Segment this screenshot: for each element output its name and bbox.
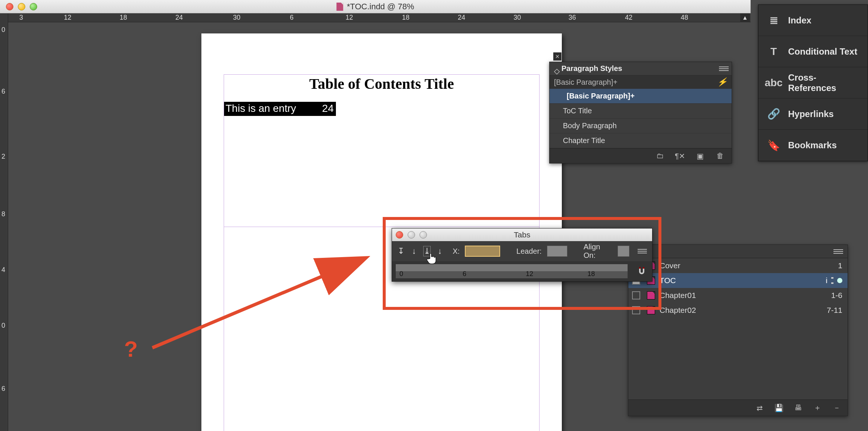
indesign-doc-icon (337, 3, 343, 11)
tabs-zoom-button[interactable] (420, 231, 427, 239)
toc-entry-text: This is an entry (226, 103, 296, 114)
print-book-icon[interactable]: 🖶 (793, 404, 803, 412)
style-item[interactable]: ToC Title (550, 104, 732, 119)
snap-above-frame-icon[interactable] (635, 265, 648, 278)
v-ruler-tick: 0 (1, 322, 5, 330)
toc-entry-selected[interactable]: This is an entry 24 (224, 102, 336, 116)
tabs-panel-menu[interactable] (638, 247, 647, 255)
left-tab-icon[interactable]: ↧ (397, 246, 405, 256)
h-ruler-tick: 24 (175, 14, 183, 22)
current-style-name: [Basic Paragraph]+ (554, 78, 618, 87)
delete-style-icon[interactable]: 🗑 (715, 152, 725, 160)
panel-title: Paragraph Styles (561, 64, 622, 73)
tabs-panel[interactable]: Tabs ↧ ↓ ⤓ ↓ X: Leader: Align On: 061218 (392, 228, 652, 282)
style-item-label: Chapter Title (563, 136, 605, 145)
book-row-pages: 1 (838, 261, 842, 270)
right-tab-icon[interactable]: ⤓ (423, 246, 431, 256)
svg-rect-0 (639, 267, 641, 269)
sidebar-item-index[interactable]: ≣Index (758, 5, 868, 36)
index-icon: ≣ (767, 14, 780, 27)
book-panel-menu[interactable] (833, 248, 843, 255)
book-row-name: Chapter01 (660, 291, 696, 300)
decimal-tab-icon[interactable]: ↓ (436, 246, 444, 256)
x-label: X: (453, 247, 460, 256)
panel-menu-button[interactable] (719, 65, 729, 72)
remove-document-icon[interactable]: － (832, 404, 842, 412)
leader-input[interactable] (547, 246, 567, 257)
toc-title-frame[interactable]: Table of Contents Title (224, 75, 540, 93)
x-input[interactable] (465, 246, 500, 257)
sidebar-item-label: Hyperlinks (788, 109, 834, 119)
save-book-icon[interactable]: 💾 (774, 404, 784, 412)
page-range-bar-icon (831, 277, 833, 284)
tabs-ruler-number: 0 (399, 270, 403, 278)
sidebar-item-conditional-text[interactable]: TConditional Text (758, 36, 868, 67)
paragraph-styles-panel[interactable]: × ◇ Paragraph Styles [Basic Paragraph]+ … (549, 62, 732, 163)
conditional-text-icon: T (767, 45, 780, 58)
tabs-controls-row: ↧ ↓ ⤓ ↓ X: Leader: Align On: (392, 241, 652, 261)
book-row[interactable]: TOCi (628, 273, 848, 288)
style-item-label: ToC Title (563, 107, 592, 115)
cross-references-icon: abc (767, 77, 780, 89)
tabs-titlebar[interactable]: Tabs (392, 229, 652, 241)
leader-label: Leader: (516, 247, 542, 256)
override-lightning-icon[interactable]: ⚡ (717, 77, 727, 87)
h-ruler-tick: 12 (64, 14, 71, 22)
sidebar-item-cross-references[interactable]: abcCross-References (758, 67, 868, 98)
center-tab-icon[interactable]: ↓ (410, 246, 418, 256)
h-ruler-tick: 30 (514, 14, 521, 22)
v-ruler-tick: 8 (1, 210, 5, 218)
sidebar-item-label: Conditional Text (788, 46, 857, 57)
indesign-doc-icon (647, 291, 655, 299)
bookmarks-icon: 🔖 (767, 139, 780, 152)
hyperlinks-icon: 🔗 (767, 108, 780, 120)
v-ruler-tick: 6 (1, 385, 5, 393)
close-window-button[interactable] (6, 3, 13, 10)
clear-override-icon[interactable]: ¶✕ (675, 152, 685, 160)
style-item[interactable]: Chapter Title (550, 133, 732, 148)
vertical-ruler[interactable]: 0628406 (0, 13, 8, 431)
page-column-guide (224, 227, 540, 227)
svg-rect-1 (643, 267, 644, 269)
add-document-icon[interactable]: ＋ (813, 404, 822, 412)
style-item[interactable]: Body Paragraph (550, 119, 732, 133)
minimize-window-button[interactable] (18, 3, 25, 10)
align-on-input[interactable] (618, 246, 629, 257)
book-row[interactable]: Chapter011-6 (628, 288, 848, 303)
book-row[interactable]: Cover1 (628, 258, 848, 273)
h-ruler-tick: 30 (233, 14, 240, 22)
tabs-minimize-button[interactable] (408, 231, 415, 239)
paragraph-styles-header[interactable]: ◇ Paragraph Styles (550, 62, 732, 75)
new-group-icon[interactable]: 🗀 (655, 152, 665, 160)
book-panel-header[interactable]: nm (628, 245, 848, 258)
book-row-name: Chapter02 (660, 306, 696, 315)
book-panel-footer: ⇄ 💾 🖶 ＋ － (628, 399, 848, 416)
ruler-scroll-arrow[interactable]: ▲ (740, 13, 750, 22)
sync-icon[interactable]: ⇄ (755, 404, 764, 412)
panel-close-button[interactable]: × (553, 52, 561, 61)
tabs-ruler[interactable]: 061218 (396, 264, 628, 278)
book-panel[interactable]: nm Cover1TOCiChapter011-6Chapter027-11 ⇄… (628, 244, 848, 416)
style-list: [Basic Paragraph]+ToC TitleBody Paragrap… (550, 89, 732, 148)
sidebar-item-label: Bookmarks (788, 140, 837, 150)
h-ruler-tick: 12 (346, 14, 353, 22)
style-item-label: [Basic Paragraph]+ (567, 92, 635, 100)
v-ruler-tick: 0 (1, 26, 5, 34)
window-title-text: *TOC.indd @ 78% (347, 2, 414, 12)
zoom-window-button[interactable] (30, 3, 37, 10)
book-row-list: Cover1TOCiChapter011-6Chapter027-11 (628, 258, 848, 318)
style-item[interactable]: [Basic Paragraph]+ (550, 89, 732, 104)
align-on-label: Align On: (584, 243, 613, 260)
book-row-pages: 1-6 (831, 291, 842, 300)
sidebar-item-hyperlinks[interactable]: 🔗Hyperlinks (758, 98, 868, 130)
tabs-close-button[interactable] (396, 231, 403, 239)
book-row-name: Cover (660, 261, 680, 270)
book-row-pages: 7-11 (827, 306, 842, 315)
horizontal-ruler[interactable]: 312182430612182430364248 (8, 13, 751, 22)
new-style-icon[interactable]: ▣ (695, 152, 705, 160)
sidebar-item-bookmarks[interactable]: 🔖Bookmarks (758, 130, 868, 161)
window-titlebar: *TOC.indd @ 78% (0, 0, 751, 13)
book-row-name: TOC (660, 276, 676, 285)
book-row[interactable]: Chapter027-11 (628, 303, 848, 318)
toc-title-text: Table of Contents Title (309, 75, 454, 92)
